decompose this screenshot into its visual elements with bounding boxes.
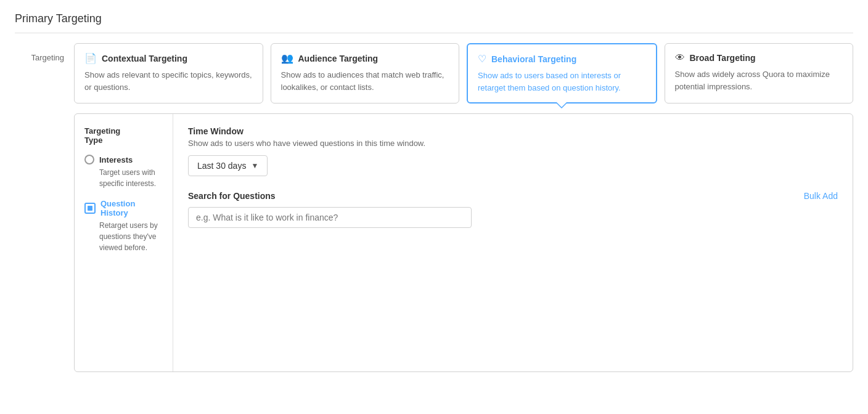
time-window-desc: Show ads to users who have viewed questi… xyxy=(188,139,838,148)
card-behavioral[interactable]: ♡ Behavioral Targeting Show ads to users… xyxy=(467,43,657,104)
audience-desc: Show ads to audiences that match web tra… xyxy=(281,69,449,93)
content-panel: Time Window Show ads to users who have v… xyxy=(173,114,853,371)
contextual-title: Contextual Targeting xyxy=(102,54,187,63)
card-broad[interactable]: 👁 Broad Targeting Show ads widely across… xyxy=(665,43,854,104)
interests-desc: Target users with specific interests. xyxy=(84,167,163,189)
sidebar-option-question-history[interactable]: Question History Retarget users by quest… xyxy=(84,199,163,253)
audience-title: Audience Targeting xyxy=(298,54,379,63)
sidebar-option-interests[interactable]: Interests Target users with specific int… xyxy=(84,155,163,189)
bulk-add-link[interactable]: Bulk Add xyxy=(804,191,838,201)
time-window-title: Time Window xyxy=(188,126,838,136)
card-contextual[interactable]: 📄 Contextual Targeting Show ads relevant… xyxy=(74,43,263,104)
behavioral-desc: Show ads to users based on interests or … xyxy=(478,70,646,94)
contextual-icon: 📄 xyxy=(84,52,97,64)
audience-icon: 👥 xyxy=(281,52,293,64)
time-window-dropdown[interactable]: Last 30 days ▼ xyxy=(188,155,268,176)
broad-title: Broad Targeting xyxy=(690,53,756,63)
dropdown-arrow-icon: ▼ xyxy=(251,161,258,170)
sidebar-panel-title: TargetingType xyxy=(84,126,163,145)
time-window-section: Time Window Show ads to users who have v… xyxy=(188,126,838,176)
targeting-cards: 📄 Contextual Targeting Show ads relevant… xyxy=(74,43,853,104)
dropdown-value: Last 30 days xyxy=(197,161,246,171)
sidebar-panel: TargetingType Interests Target users wit… xyxy=(75,114,173,371)
question-history-label: Question History xyxy=(100,199,163,217)
broad-icon: 👁 xyxy=(675,52,685,63)
search-questions-input[interactable] xyxy=(188,207,472,228)
broad-desc: Show ads widely across Quora to maximize… xyxy=(675,68,843,92)
radio-interests[interactable] xyxy=(84,155,94,164)
behavioral-icon: ♡ xyxy=(478,53,486,65)
interests-label: Interests xyxy=(99,155,133,164)
contextual-desc: Show ads relevant to specific topics, ke… xyxy=(84,69,253,93)
card-audience[interactable]: 👥 Audience Targeting Show ads to audienc… xyxy=(271,43,460,104)
search-section: Search for Questions Bulk Add xyxy=(188,191,838,228)
page-title: Primary Targeting xyxy=(15,12,853,33)
main-panel: TargetingType Interests Target users wit… xyxy=(74,113,853,372)
targeting-label: Targeting xyxy=(15,43,64,62)
search-section-title: Search for Questions xyxy=(188,191,276,201)
behavioral-title: Behavioral Targeting xyxy=(491,54,576,64)
question-history-desc: Retarget users by questions they've view… xyxy=(84,220,163,253)
radio-question-history[interactable] xyxy=(84,203,96,214)
